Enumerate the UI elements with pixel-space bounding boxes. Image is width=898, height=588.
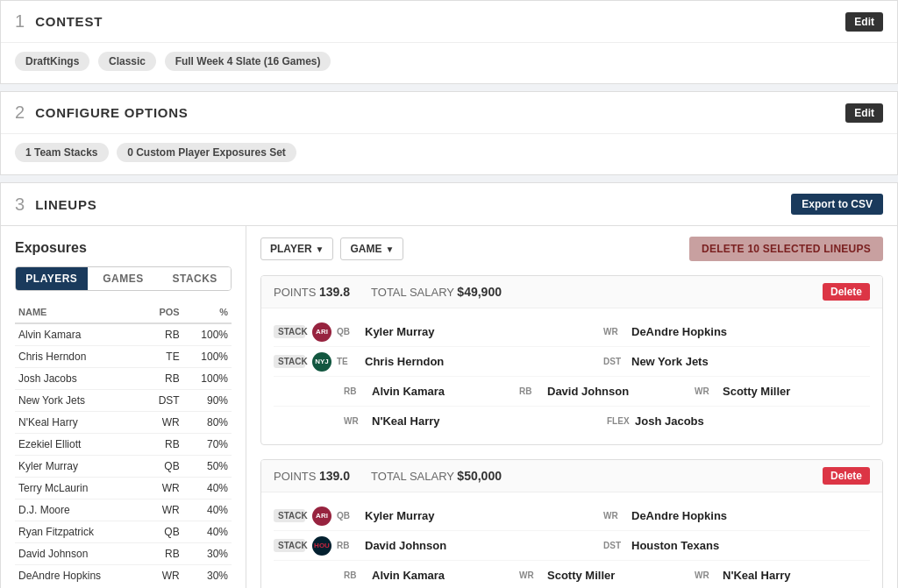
tag-slate: Full Week 4 Slate (16 Games) <box>165 52 331 71</box>
stack-row: STACKHOU RB David Johnson DST Houston Te… <box>274 531 870 561</box>
lineup-card-header: POINTS 139.8 TOTAL SALARY $49,900 Delete <box>261 276 882 308</box>
pos-label: WR <box>603 327 628 337</box>
player-name-cell: N'Keal Harry <box>372 414 440 428</box>
player-name: Ezekiel Elliott <box>15 434 143 456</box>
player-name: Chris Herndon <box>15 346 143 368</box>
team-logo: ARI <box>312 507 331 526</box>
player-pos: QB <box>143 456 183 478</box>
tab-stacks[interactable]: STACKS <box>159 267 231 290</box>
player-pos: WR <box>143 478 183 499</box>
page: 1 CONTEST Edit DraftKings Classic Full W… <box>0 0 898 588</box>
stack-row: STACKNYJ TE Chris Herndon DST New York J… <box>274 347 870 377</box>
players-row: RB Alvin Kamara WR Scotty Miller WR N'Ke… <box>274 561 870 588</box>
exposures-tabs: PLAYERS GAMES STACKS <box>15 266 232 291</box>
filter-buttons: PLAYER ▼ GAME ▼ <box>260 237 403 260</box>
contest-label: CONTEST <box>35 14 103 29</box>
player-row: N'Keal Harry WR 80% <box>15 412 232 434</box>
stack-label: STACK <box>274 355 305 368</box>
pos-label: QB <box>337 511 361 521</box>
contest-edit-button[interactable]: Edit <box>845 12 883 32</box>
player-pct: 50% <box>183 456 232 478</box>
player-name: Alvin Kamara <box>15 323 143 346</box>
lineup-salary: TOTAL SALARY $50,000 <box>371 469 502 483</box>
player-pos: RB <box>143 368 183 390</box>
lineup-points: POINTS 139.0 <box>274 469 350 483</box>
configure-edit-button[interactable]: Edit <box>845 103 883 123</box>
players-row: WR N'Keal Harry FLEX Josh Jacobs <box>274 407 870 436</box>
player-row: D.J. Moore WR 40% <box>15 499 232 521</box>
player-name-cell: David Johnson <box>547 385 629 398</box>
configure-header: 2 CONFIGURE OPTIONS Edit <box>1 92 897 133</box>
player-name-cell: Scotty Miller <box>723 385 790 398</box>
col-pos: POS <box>143 301 183 323</box>
player-name-cell: David Johnson <box>365 539 446 552</box>
exposures-title: Exposures <box>15 240 232 256</box>
contest-num: 1 <box>15 11 25 32</box>
lineup-header-left: POINTS 139.0 TOTAL SALARY $50,000 <box>274 469 502 483</box>
player-cell: QB Kyler Murray <box>337 506 603 526</box>
player-row: DeAndre Hopkins WR 30% <box>15 565 232 587</box>
delete-lineup-button[interactable]: Delete <box>823 283 870 301</box>
tab-games[interactable]: GAMES <box>88 267 160 290</box>
configure-title-group: 2 CONFIGURE OPTIONS <box>15 103 189 123</box>
delete-selected-button[interactable]: DELETE 10 SELECTED LINEUPS <box>689 237 883 261</box>
player-pct: 70% <box>183 434 232 456</box>
player-name-cell: DeAndre Hopkins <box>631 325 727 338</box>
player-cell: WR N'Keal Harry <box>344 411 607 431</box>
player-row: David Johnson RB 30% <box>15 543 232 565</box>
game-filter-button[interactable]: GAME ▼ <box>340 237 403 260</box>
player-row: Chris Herndon TE 100% <box>15 346 232 368</box>
lineup-card-header: POINTS 139.0 TOTAL SALARY $50,000 Delete <box>261 460 882 492</box>
player-cell: RB Alvin Kamara <box>344 565 519 585</box>
player-cell: RB David Johnson <box>519 381 695 401</box>
lineup-card-body: STACKARI QB Kyler Murray WR DeAndre Hopk… <box>261 492 882 588</box>
player-cell: WR DeAndre Hopkins <box>603 322 870 342</box>
player-cell: FLEX Josh Jacobs <box>607 411 870 431</box>
export-top-button[interactable]: Export to CSV <box>791 194 883 215</box>
team-logo: HOU <box>312 536 331 556</box>
player-row: Josh Jacobs RB 100% <box>15 368 232 390</box>
player-row: New York Jets DST 90% <box>15 390 232 412</box>
player-pos: RB <box>143 543 183 565</box>
players-table: NAME POS % Alvin Kamara RB 100% Chris He… <box>15 301 232 586</box>
player-name-cell: Houston Texans <box>631 539 719 552</box>
stack-row: STACKARI QB Kyler Murray WR DeAndre Hopk… <box>274 317 870 347</box>
pos-label: QB <box>337 327 361 337</box>
player-cell: WR N'Keal Harry <box>695 565 870 585</box>
player-filter-button[interactable]: PLAYER ▼ <box>260 237 333 260</box>
lineups-label: LINEUPS <box>35 197 96 212</box>
player-cell: QB Kyler Murray <box>337 322 603 342</box>
player-pct: 90% <box>183 390 232 412</box>
tag-classic: Classic <box>98 52 156 71</box>
player-name: N'Keal Harry <box>15 412 143 434</box>
lineups-panel: PLAYER ▼ GAME ▼ DELETE 10 SELECTED LINEU… <box>246 226 897 588</box>
pos-label: RB <box>344 386 368 396</box>
player-name-cell: Alvin Kamara <box>372 569 445 582</box>
tab-players[interactable]: PLAYERS <box>16 267 88 290</box>
player-name: Terry McLaurin <box>15 478 143 499</box>
pos-label: WR <box>695 386 719 396</box>
player-name-cell: New York Jets <box>631 355 709 368</box>
delete-lineup-button[interactable]: Delete <box>823 467 870 485</box>
player-pos: RB <box>143 323 183 346</box>
pos-label: DST <box>603 357 628 366</box>
player-pct: 40% <box>183 478 232 499</box>
pos-label: RB <box>344 570 368 580</box>
configure-num: 2 <box>15 103 25 123</box>
player-cell: WR Scotty Miller <box>519 565 695 585</box>
lineup-card: POINTS 139.8 TOTAL SALARY $49,900 Delete… <box>260 275 883 445</box>
pos-label: RB <box>519 386 544 396</box>
configure-tags: 1 Team Stacks 0 Custom Player Exposures … <box>1 133 897 174</box>
player-name: Josh Jacobs <box>15 368 143 390</box>
player-pos: DST <box>143 390 183 412</box>
player-pct: 80% <box>183 412 232 434</box>
player-filter-arrow: ▼ <box>316 244 324 254</box>
pos-label: WR <box>695 570 719 580</box>
tag-custom-exposures: 0 Custom Player Exposures Set <box>117 143 296 162</box>
game-filter-arrow: ▼ <box>385 244 394 254</box>
contest-title-group: 1 CONTEST <box>15 11 103 32</box>
game-filter-label: GAME <box>350 243 381 255</box>
stack-row: STACKARI QB Kyler Murray WR DeAndre Hopk… <box>274 501 870 531</box>
team-logo: NYJ <box>312 352 331 372</box>
filter-bar: PLAYER ▼ GAME ▼ DELETE 10 SELECTED LINEU… <box>260 237 883 261</box>
